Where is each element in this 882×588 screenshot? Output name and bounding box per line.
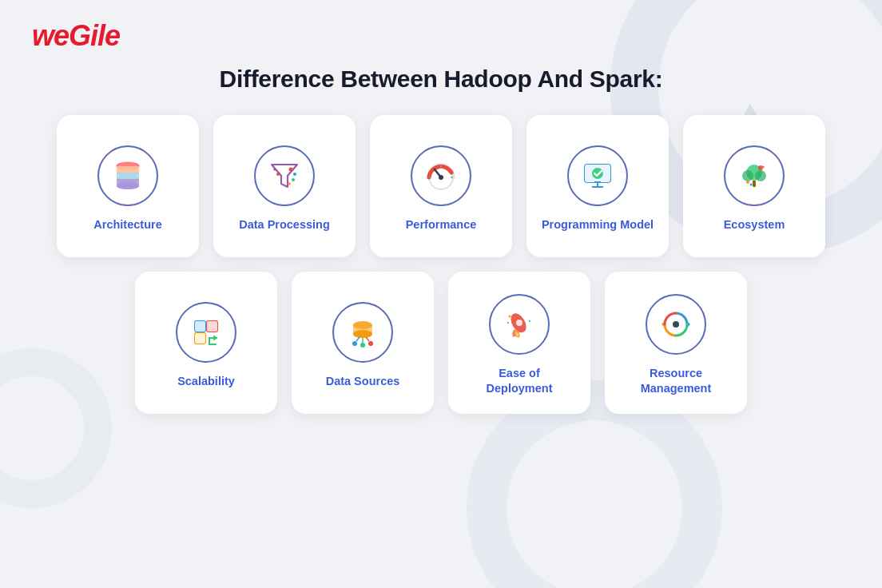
data-sources-icon-circle (332, 302, 393, 363)
data-processing-icon (267, 158, 302, 193)
data-sources-icon (345, 315, 380, 350)
svg-point-44 (368, 341, 373, 346)
scalability-label: Scalability (177, 374, 235, 389)
card-performance[interactable]: Performance (370, 115, 512, 257)
svg-point-30 (750, 183, 753, 185)
main-content: weGile Difference Between Hadoop And Spa… (0, 0, 882, 430)
ease-of-deployment-icon-circle (489, 294, 550, 355)
card-ease-of-deployment[interactable]: Ease of Deployment (448, 272, 590, 414)
svg-point-9 (273, 168, 276, 171)
svg-point-53 (529, 320, 530, 322)
svg-point-7 (292, 178, 295, 181)
card-programming-model[interactable]: Programming Model (526, 115, 669, 257)
performance-icon-circle (411, 145, 471, 206)
card-resource-management[interactable]: Resource Management (605, 272, 747, 414)
svg-point-8 (288, 182, 291, 185)
svg-point-52 (509, 316, 511, 318)
logo: weGile (32, 19, 850, 53)
resource-management-icon (658, 307, 693, 342)
resource-management-label: Resource Management (641, 366, 712, 396)
svg-rect-36 (195, 333, 205, 344)
svg-point-28 (761, 165, 765, 167)
svg-point-42 (352, 341, 357, 346)
bottom-row: Scalability Data Sources (32, 272, 850, 414)
data-sources-label: Data Sources (326, 374, 400, 389)
svg-point-6 (293, 173, 296, 176)
ease-of-deployment-label: Ease of Deployment (487, 366, 553, 396)
resource-management-icon-circle (646, 294, 706, 355)
ecosystem-icon-circle (724, 145, 785, 206)
svg-point-10 (276, 173, 280, 176)
card-data-processing[interactable]: Data Processing (213, 115, 356, 257)
programming-model-icon-circle (567, 145, 628, 206)
architecture-icon-circle (97, 145, 158, 206)
card-architecture[interactable]: Architecture (57, 115, 199, 257)
card-scalability[interactable]: Scalability (135, 272, 277, 414)
svg-rect-32 (195, 321, 205, 332)
top-row: Architecture Data Processing (32, 115, 850, 257)
svg-point-25 (755, 170, 766, 181)
svg-point-58 (673, 321, 679, 328)
architecture-icon (110, 158, 145, 193)
page-title: Difference Between Hadoop And Spark: (32, 66, 850, 93)
ecosystem-icon (737, 158, 772, 193)
performance-icon (423, 158, 459, 193)
ecosystem-label: Ecosystem (724, 217, 785, 232)
data-processing-icon-circle (254, 145, 315, 206)
architecture-label: Architecture (93, 217, 161, 232)
svg-rect-26 (753, 181, 756, 187)
svg-rect-34 (207, 321, 217, 332)
ease-of-deployment-icon (502, 307, 537, 342)
svg-point-13 (439, 175, 443, 180)
data-processing-label: Data Processing (239, 217, 330, 232)
svg-point-49 (516, 320, 522, 326)
svg-point-54 (507, 322, 509, 324)
scalability-icon (189, 315, 224, 350)
card-data-sources[interactable]: Data Sources (292, 272, 434, 414)
svg-point-41 (353, 330, 372, 338)
programming-model-label: Programming Model (542, 217, 654, 232)
card-ecosystem[interactable]: Ecosystem (683, 115, 825, 257)
svg-point-29 (746, 181, 749, 184)
scalability-icon-circle (176, 302, 236, 363)
performance-label: Performance (406, 217, 477, 232)
svg-point-4 (117, 181, 139, 189)
logo-text: weGile (32, 19, 120, 53)
svg-point-24 (742, 170, 753, 181)
svg-line-47 (366, 337, 369, 341)
programming-model-icon (580, 158, 615, 193)
svg-line-45 (356, 337, 360, 341)
svg-point-43 (360, 343, 365, 348)
svg-point-5 (289, 167, 293, 171)
